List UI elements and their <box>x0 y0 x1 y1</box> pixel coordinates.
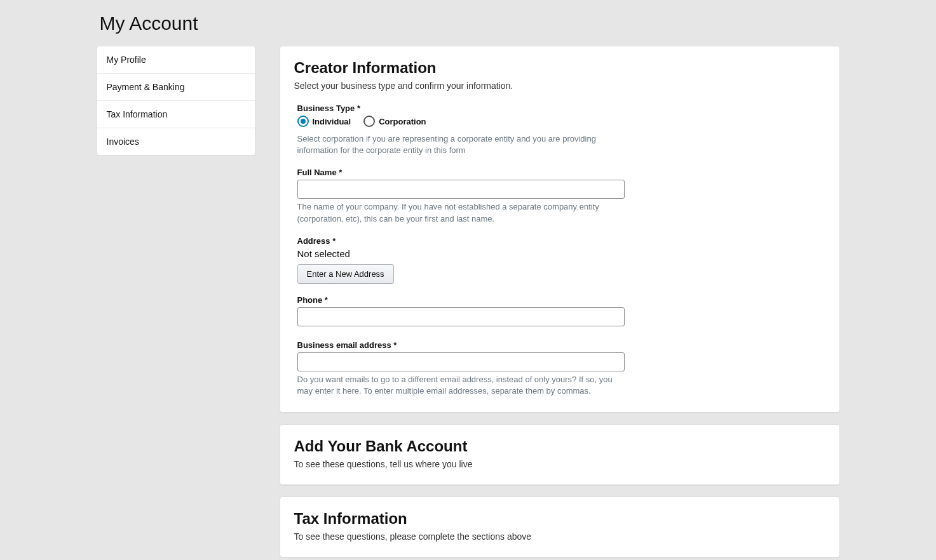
business-email-label: Business email address * <box>297 340 625 350</box>
sidebar-item-payment-banking[interactable]: Payment & Banking <box>97 74 255 101</box>
sidebar-item-my-profile[interactable]: My Profile <box>97 46 255 74</box>
business-email-hint: Do you want emails to go to a different … <box>297 374 625 397</box>
business-type-label: Business Type * <box>297 103 625 113</box>
bank-account-card: Add Your Bank Account To see these quest… <box>280 424 840 485</box>
sidebar-item-tax-information[interactable]: Tax Information <box>97 101 255 128</box>
sidebar-item-invoices[interactable]: Invoices <box>97 128 255 155</box>
tax-information-card: Tax Information To see these questions, … <box>280 497 840 557</box>
radio-corporation[interactable]: Corporation <box>363 116 426 127</box>
radio-corporation-label: Corporation <box>379 117 426 126</box>
phone-input[interactable] <box>297 307 625 326</box>
full-name-label: Full Name * <box>297 168 625 177</box>
page-title: My Account <box>100 13 840 34</box>
business-type-radio-group: Individual Corporation <box>297 116 625 127</box>
address-label: Address * <box>297 236 625 246</box>
creator-heading: Creator Information <box>294 59 825 77</box>
business-type-hint: Select corporation if you are representi… <box>297 133 625 156</box>
radio-selected-icon <box>297 116 309 127</box>
full-name-input[interactable] <box>297 180 625 199</box>
address-value: Not selected <box>297 248 625 259</box>
enter-new-address-button[interactable]: Enter a New Address <box>297 264 394 284</box>
bank-subtitle: To see these questions, tell us where yo… <box>294 459 825 469</box>
tax-heading: Tax Information <box>294 510 825 528</box>
bank-heading: Add Your Bank Account <box>294 437 825 455</box>
radio-unselected-icon <box>363 116 375 127</box>
full-name-hint: The name of your company. If you have no… <box>297 201 625 224</box>
sidebar-nav: My Profile Payment & Banking Tax Informa… <box>97 46 255 156</box>
radio-individual-label: Individual <box>313 117 351 126</box>
radio-individual[interactable]: Individual <box>297 116 351 127</box>
phone-label: Phone * <box>297 295 625 305</box>
creator-information-card: Creator Information Select your business… <box>280 46 840 413</box>
business-email-input[interactable] <box>297 352 625 371</box>
creator-subtitle: Select your business type and confirm yo… <box>294 81 825 91</box>
tax-subtitle: To see these questions, please complete … <box>294 531 825 542</box>
